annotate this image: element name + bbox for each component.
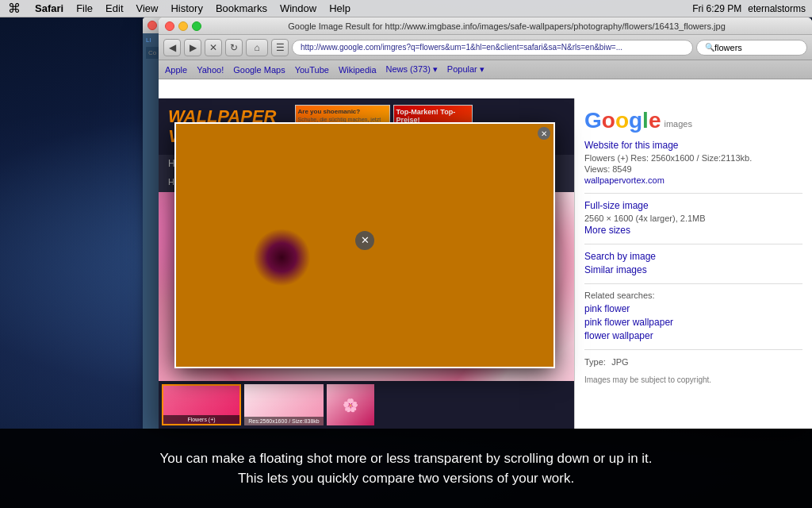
divider-3 xyxy=(584,283,802,284)
divider-2 xyxy=(584,244,802,244)
views-count: Views: 8549 xyxy=(584,164,802,174)
close-icon: ✕ xyxy=(541,129,547,138)
menubar: ⌘ Safari File Edit View History Bookmark… xyxy=(0,0,812,17)
thumbnail-1-label: Flowers (+) xyxy=(163,415,239,424)
caption-line2: This lets you quickly compare two versio… xyxy=(238,468,574,489)
dimensions-text: 2560 × 1600 (4x larger), 2.1MB xyxy=(584,214,802,223)
close-button[interactable] xyxy=(165,21,174,31)
thumbnail-3-icon: 🌸 xyxy=(343,398,358,413)
menubar-edit[interactable]: Edit xyxy=(99,2,129,14)
thumbnail-2[interactable]: Res:2560x1600 / Size:838kb xyxy=(244,384,324,425)
bookmark-popular[interactable]: Popular ▾ xyxy=(447,64,485,75)
divider-1 xyxy=(584,193,802,194)
thumbnail-1[interactable]: Flowers (+) xyxy=(162,384,241,425)
related-flower-wallpaper[interactable]: flower wallpaper xyxy=(584,330,802,341)
google-logo: G o o g l e images xyxy=(584,108,802,133)
home-button[interactable]: ⌂ xyxy=(246,39,268,56)
related-pink-flower-wallpaper[interactable]: pink flower wallpaper xyxy=(584,317,802,328)
domain-link[interactable]: wallpapervortex.com xyxy=(584,175,802,185)
menubar-bookmarks[interactable]: Bookmarks xyxy=(209,2,274,14)
apple-menu[interactable]: ⌘ xyxy=(0,1,29,16)
menubar-view[interactable]: View xyxy=(130,2,165,14)
google-letter-o1: o xyxy=(602,108,615,133)
more-sizes-link[interactable]: More sizes xyxy=(584,225,802,236)
sidebar-toggle[interactable]: ☰ xyxy=(271,39,289,56)
full-size-link[interactable]: Full-size image xyxy=(584,200,802,211)
browser-title: Google Image Result for http://www.imgba… xyxy=(208,21,806,31)
google-images-label: images xyxy=(664,119,691,129)
bookmark-googlemaps[interactable]: Google Maps xyxy=(233,65,285,75)
google-letter-l: l xyxy=(642,108,649,133)
browser-window: Google Image Result for http://www.imgba… xyxy=(159,17,812,429)
search-magnifier: 🔍 xyxy=(705,43,714,52)
ad2-text: Top-Marken! Top-Preise! xyxy=(396,108,469,124)
popup-close-button[interactable]: ✕ xyxy=(538,127,550,140)
browser-content: WaLLpAPER Vortex.com Are you shoemanic? … xyxy=(159,98,812,429)
bookmark-youtube[interactable]: YouTube xyxy=(295,65,329,75)
minimize-button[interactable] xyxy=(178,21,188,31)
bottom-caption-bar: You can make a floating shot more or les… xyxy=(0,429,812,508)
ad1-text: Are you shoemanic? xyxy=(298,108,387,115)
google-panel: G o o g l e images Website for this imag… xyxy=(574,98,812,429)
browser-titlebar: Google Image Result for http://www.imgba… xyxy=(159,17,812,35)
bookmark-news[interactable]: News (373) ▾ xyxy=(386,64,438,75)
traffic-lights xyxy=(165,21,201,31)
address-text: http://www.google.com/imgres?q=flowers&u… xyxy=(301,43,622,52)
related-pink-flower[interactable]: pink flower xyxy=(584,303,802,314)
maximize-button[interactable] xyxy=(192,21,201,31)
bookmark-yahoo[interactable]: Yahoo! xyxy=(197,65,224,75)
menubar-history[interactable]: History xyxy=(164,2,209,14)
menubar-time: Fri 6:29 PM xyxy=(692,3,741,14)
floating-popup: ✕ ✕ xyxy=(174,122,555,368)
divider-4 xyxy=(584,349,802,350)
thumbnail-2-label: Res:2560x1600 / Size:838kb xyxy=(244,417,324,425)
search-by-image-link[interactable]: Search by image xyxy=(584,251,802,262)
type-label: Type: xyxy=(584,357,606,367)
search-text: flowers xyxy=(714,43,742,52)
browser-toolbar: ◀ ▶ ✕ ↻ ⌂ ☰ http://www.google.com/imgres… xyxy=(159,35,812,60)
popup-center-close[interactable]: ✕ xyxy=(355,231,374,250)
menubar-file[interactable]: File xyxy=(70,2,99,14)
caption-line1: You can make a floating shot more or les… xyxy=(159,448,652,469)
address-bar[interactable]: http://www.google.com/imgres?q=flowers&u… xyxy=(292,40,693,56)
image-info: Flowers (+) Res: 2560x1600 / Size:2113kb… xyxy=(584,153,802,163)
gp-related-section: Related searches: pink flower pink flowe… xyxy=(584,291,802,341)
forward-button[interactable]: ▶ xyxy=(184,39,201,56)
website-link[interactable]: Website for this image xyxy=(584,140,802,151)
google-letter-o2: o xyxy=(615,108,629,133)
bookmark-apple[interactable]: Apple xyxy=(165,65,187,75)
related-label: Related searches: xyxy=(584,291,802,300)
stop-button[interactable]: ✕ xyxy=(205,39,222,56)
menubar-user: eternalstorms xyxy=(748,3,806,14)
gp-type-section: Type: JPG xyxy=(584,356,802,368)
type-value: JPG xyxy=(611,357,628,367)
thumbnail-3[interactable]: 🌸 xyxy=(327,384,374,425)
gp-website-section: Website for this image Flowers (+) Res: … xyxy=(584,140,802,185)
thumbnail-strip: Flowers (+) Res:2560x1600 / Size:838kb 🌸 xyxy=(159,381,574,429)
similar-images-link[interactable]: Similar images xyxy=(584,264,802,275)
menubar-safari[interactable]: Safari xyxy=(29,2,70,14)
gp-search-section: Search by image Similar images xyxy=(584,251,802,275)
google-letter-g2: g xyxy=(629,108,642,133)
bookmark-wikipedia[interactable]: Wikipedia xyxy=(339,65,377,75)
google-letter-g: G xyxy=(584,108,602,133)
back-button[interactable]: ◀ xyxy=(163,39,181,56)
reload-button[interactable]: ↻ xyxy=(225,39,243,56)
bookmarks-bar: Apple Yahoo! Google Maps YouTube Wikiped… xyxy=(159,60,812,79)
gp-fullsize-section: Full-size image 2560 × 1600 (4x larger),… xyxy=(584,200,802,236)
copyright-note: Images may be subject to copyright. xyxy=(584,375,802,384)
google-letter-e: e xyxy=(649,108,661,133)
menubar-window[interactable]: Window xyxy=(274,2,323,14)
search-bar[interactable]: 🔍 flowers xyxy=(696,40,807,56)
center-close-icon: ✕ xyxy=(361,234,370,246)
menubar-help[interactable]: Help xyxy=(323,2,357,14)
